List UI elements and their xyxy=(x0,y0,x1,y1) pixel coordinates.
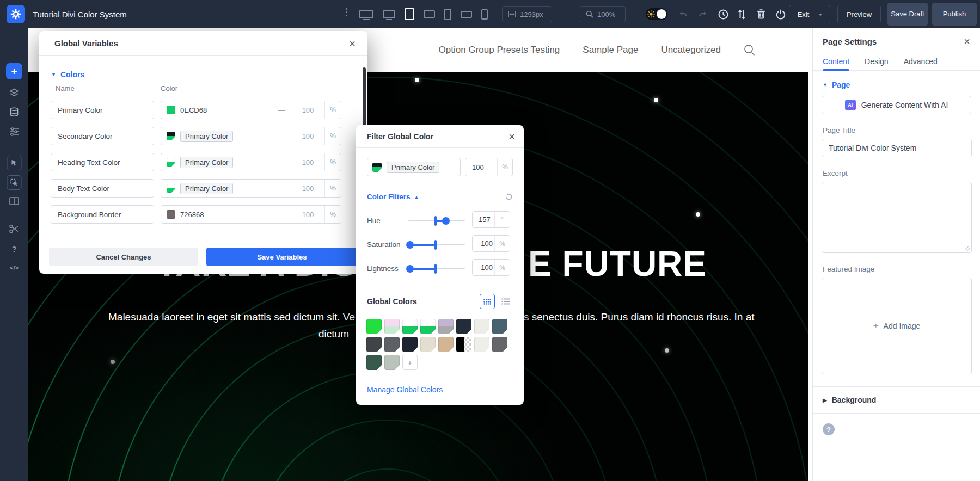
global-color-swatch[interactable] xyxy=(384,355,400,370)
nav-link-1[interactable]: Option Group Presets Testing xyxy=(439,45,560,55)
slider-value[interactable]: -100 xyxy=(473,239,494,248)
filter-opacity-field[interactable]: 100 % xyxy=(465,158,513,176)
viewport-width-input[interactable]: 1293px xyxy=(502,6,552,22)
layers-icon[interactable] xyxy=(9,88,19,97)
filter-color-field[interactable]: Primary Color xyxy=(367,158,461,176)
color-swatch[interactable] xyxy=(167,106,175,114)
global-color-swatch[interactable] xyxy=(456,337,471,352)
nav-link-2[interactable]: Sample Page xyxy=(583,45,638,55)
global-color-swatch[interactable] xyxy=(366,319,382,334)
list-view-toggle-icon[interactable] xyxy=(498,294,513,309)
desktop-view-icon[interactable] xyxy=(359,10,373,18)
colors-section-toggle[interactable]: ▼ Colors xyxy=(39,61,367,84)
slider-value[interactable]: 157 xyxy=(473,215,494,224)
global-color-swatch[interactable] xyxy=(366,337,382,352)
global-color-swatch[interactable] xyxy=(402,319,418,334)
trash-icon[interactable] xyxy=(756,9,767,20)
color-swatch[interactable] xyxy=(167,184,175,193)
opacity-value-input[interactable]: 100 xyxy=(291,180,324,197)
database-icon[interactable] xyxy=(9,107,19,117)
global-color-swatch[interactable] xyxy=(474,319,489,334)
opacity-value-input[interactable]: 100 xyxy=(291,101,324,119)
variable-name-input[interactable] xyxy=(51,101,154,119)
opacity-value-input[interactable]: 100 xyxy=(291,206,324,223)
save-variables-button[interactable]: Save Variables xyxy=(206,248,358,266)
generate-content-ai-button[interactable]: AI Generate Content With AI xyxy=(822,96,971,114)
slider-handle[interactable] xyxy=(406,265,414,273)
color-hex-value[interactable]: 726868 xyxy=(180,211,204,219)
power-exit-icon[interactable] xyxy=(775,9,786,20)
insert-tool-icon[interactable] xyxy=(7,175,22,190)
slider-handle[interactable] xyxy=(406,241,414,249)
global-color-swatch[interactable] xyxy=(492,337,507,352)
slider-track[interactable] xyxy=(408,220,465,221)
color-reference-chip[interactable]: Primary Color xyxy=(180,157,233,168)
page-settings-close-icon[interactable]: × xyxy=(964,36,970,47)
tab-content[interactable]: Content xyxy=(823,52,849,70)
exit-dropdown-caret-icon[interactable]: ▾ xyxy=(814,9,822,19)
color-picker-field[interactable]: Primary Color xyxy=(161,153,291,171)
filter-modal-close-icon[interactable]: × xyxy=(509,131,515,142)
color-reference-chip[interactable]: Primary Color xyxy=(180,131,233,142)
help-icon[interactable]: ? xyxy=(12,245,17,254)
history-clock-icon[interactable] xyxy=(718,9,728,20)
color-reference-chip[interactable]: Primary Color xyxy=(387,162,439,173)
global-color-swatch[interactable] xyxy=(456,319,471,334)
variable-name-input[interactable] xyxy=(51,179,154,198)
chevron-up-icon[interactable]: ▲ xyxy=(414,194,419,200)
light-dark-mode-toggle[interactable] xyxy=(646,8,667,20)
cancel-changes-button[interactable]: Cancel Changes xyxy=(49,248,198,266)
global-color-swatch[interactable] xyxy=(420,319,436,334)
canvas-scrollbar[interactable] xyxy=(808,28,812,481)
global-color-swatch[interactable] xyxy=(366,355,382,370)
opacity-value-input[interactable]: 100 xyxy=(291,153,324,171)
tab-design[interactable]: Design xyxy=(865,52,889,70)
variable-name-input[interactable] xyxy=(51,205,154,224)
global-color-swatch[interactable] xyxy=(438,319,454,334)
phone-small-view-icon[interactable] xyxy=(481,9,488,20)
code-icon[interactable]: </> xyxy=(10,264,19,271)
color-picker-field[interactable]: Primary Color xyxy=(161,127,291,145)
global-color-swatch[interactable] xyxy=(492,319,507,334)
select-tool-icon[interactable] xyxy=(7,156,22,170)
phone-landscape-view-icon[interactable] xyxy=(461,11,472,18)
tablet-view-icon-active[interactable] xyxy=(405,8,414,20)
slider-value-field[interactable]: 157° xyxy=(472,211,510,228)
page-title-input[interactable] xyxy=(822,139,972,157)
slider-value[interactable]: -100 xyxy=(473,263,494,272)
global-color-swatch[interactable] xyxy=(420,337,436,352)
global-color-swatch[interactable] xyxy=(438,337,454,352)
variable-name-input[interactable] xyxy=(51,153,154,171)
portability-arrows-icon[interactable] xyxy=(736,9,747,20)
nav-search-icon[interactable] xyxy=(744,44,756,56)
excerpt-textarea[interactable] xyxy=(822,182,972,253)
add-image-dropzone[interactable]: + Add Image xyxy=(822,278,972,374)
clear-color-dash[interactable]: — xyxy=(278,106,285,114)
builder-settings-gear-button[interactable] xyxy=(7,5,25,23)
publish-button[interactable]: Publish xyxy=(932,3,977,26)
tablet-landscape-view-icon[interactable] xyxy=(424,10,435,18)
color-swatch[interactable] xyxy=(167,132,175,140)
color-picker-field[interactable]: 726868— xyxy=(161,206,291,223)
global-color-swatch[interactable] xyxy=(402,337,418,352)
reset-filters-icon[interactable] xyxy=(505,193,513,201)
preview-button[interactable]: Preview xyxy=(837,5,881,23)
clear-color-dash[interactable]: — xyxy=(278,211,285,219)
more-options-kebab-icon[interactable] xyxy=(343,8,350,16)
exit-button[interactable]: Exit ▾ xyxy=(789,5,830,23)
global-color-swatch[interactable] xyxy=(384,319,400,334)
slider-track[interactable] xyxy=(408,244,465,245)
help-circle-icon[interactable]: ? xyxy=(823,423,835,435)
slider-value-field[interactable]: -100% xyxy=(472,235,510,252)
cut-scissors-icon[interactable] xyxy=(9,224,19,233)
laptop-view-icon[interactable] xyxy=(383,10,395,18)
global-variables-close-icon[interactable]: × xyxy=(349,38,356,49)
color-picker-field[interactable]: 0ECD68— xyxy=(161,101,291,119)
add-global-color-button[interactable]: + xyxy=(402,355,418,370)
redo-icon[interactable] xyxy=(698,9,709,20)
manage-global-colors-link[interactable]: Manage Global Colors xyxy=(367,385,443,394)
phone-view-icon[interactable] xyxy=(444,9,451,20)
undo-icon[interactable] xyxy=(677,9,688,20)
global-color-swatch[interactable] xyxy=(474,337,489,352)
color-swatch[interactable] xyxy=(167,158,175,166)
